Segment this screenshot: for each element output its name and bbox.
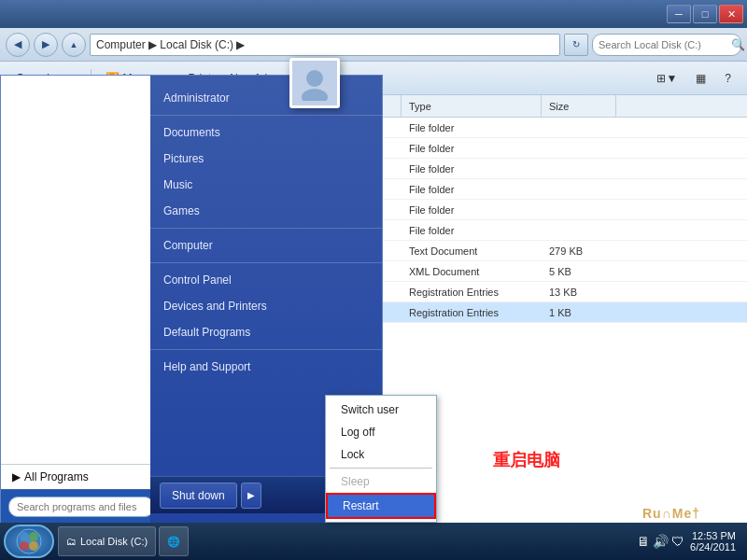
preview-button[interactable]: ▦ [687,65,714,91]
context-sleep[interactable]: Sleep [326,470,436,493]
svg-point-3 [20,532,29,541]
all-programs-label: All Programs [24,470,89,483]
start-item-computer[interactable]: Computer [150,232,382,259]
shutdown-label: Shut down [172,489,225,502]
search-box[interactable]: 🔍 [592,34,741,56]
refresh-button[interactable]: ↻ [564,34,588,56]
svg-point-6 [29,541,38,551]
context-restart[interactable]: Restart [326,493,436,519]
view-controls: ⊞▼ ▦ ? [648,65,740,91]
watermark: Ru∩Me† [642,506,700,521]
address-bar: ◀ ▶ ▲ Computer ▶ Local Disk (C:) ▶ ↻ 🔍 [0,28,747,62]
taskbar-ie[interactable]: 🌐 [159,526,189,556]
clock[interactable]: 12:53 PM 6/24/2011 [690,530,736,553]
menu-separator-3 [150,262,382,263]
chinese-restart-text: 重启电脑 [493,449,560,471]
start-item-documents[interactable]: Documents [150,119,382,146]
tray-network-icon: 🖥 [637,534,650,549]
shutdown-button[interactable]: Shut down [160,483,237,509]
start-item-devices-printers[interactable]: Devices and Printers [150,293,382,319]
taskbar-right: 🖥 🔊 🛡 12:53 PM 6/24/2011 [637,530,743,553]
context-separator [330,468,432,469]
start-search-bar[interactable]: 🔍 [1,489,150,523]
pinned-items [1,76,150,464]
clock-date: 6/24/2011 [690,541,736,553]
back-button[interactable]: ◀ [6,33,30,57]
forward-button[interactable]: ▶ [34,33,58,57]
maximize-button[interactable]: □ [693,5,717,23]
views-button[interactable]: ⊞▼ [648,65,685,91]
context-log-off[interactable]: Log off [326,421,436,443]
up-button[interactable]: ▲ [62,33,86,57]
minimize-button[interactable]: ─ [667,5,691,23]
svg-point-5 [20,541,29,551]
svg-point-0 [306,70,323,87]
clock-time: 12:53 PM [690,530,736,541]
start-item-music[interactable]: Music [150,172,382,198]
ie-icon: 🌐 [167,536,180,548]
title-bar: ─ □ ✕ [0,0,747,28]
start-item-help-support[interactable]: Help and Support [150,354,382,380]
context-lock[interactable]: Lock [326,443,436,466]
explorer-icon: 🗂 [66,536,77,547]
administrator-label: Administrator [163,91,230,105]
close-button[interactable]: ✕ [719,5,743,23]
size-header[interactable]: Size [542,95,616,117]
start-item-pictures[interactable]: Pictures [150,146,382,172]
menu-separator-4 [150,349,382,350]
context-menu: Switch user Log off Lock Sleep Restart [325,395,437,523]
start-item-default-programs[interactable]: Default Programs [150,319,382,345]
taskbar-explorer[interactable]: 🗂 Local Disk (C:) [58,526,156,556]
svg-point-1 [302,89,328,101]
search-input[interactable] [599,39,727,50]
menu-separator-2 [150,228,382,229]
all-programs-button[interactable]: ▶ All Programs [1,464,150,489]
user-avatar [289,58,340,108]
context-switch-user[interactable]: Switch user [326,399,436,421]
start-item-games[interactable]: Games [150,198,382,224]
menu-separator-1 [150,115,382,116]
tray-security-icon: 🛡 [671,534,684,549]
search-icon: 🔍 [731,38,745,51]
taskbar: 🗂 Local Disk (C:) 🌐 🖥 🔊 🛡 12:53 PM 6/24/… [0,523,747,560]
start-item-control-panel[interactable]: Control Panel [150,267,382,293]
all-programs-arrow: ▶ [12,470,21,483]
start-button[interactable] [4,525,54,558]
svg-point-4 [29,532,38,541]
breadcrumb-text: Computer ▶ Local Disk (C:) ▶ [96,38,245,51]
start-search-input[interactable] [8,497,154,517]
type-header[interactable]: Type [402,95,542,117]
start-item-administrator[interactable]: Administrator [150,85,382,111]
breadcrumb[interactable]: Computer ▶ Local Disk (C:) ▶ [90,34,560,56]
svg-point-2 [17,529,41,553]
start-menu-left: ▶ All Programs 🔍 [1,76,150,523]
tray-icons: 🖥 🔊 🛡 [637,534,684,549]
help-button[interactable]: ? [716,65,740,91]
tray-volume-icon: 🔊 [653,534,669,549]
title-bar-buttons: ─ □ ✕ [667,5,743,23]
shutdown-arrow-button[interactable]: ▶ [241,483,261,509]
explorer-label: Local Disk (C:) [80,536,148,547]
